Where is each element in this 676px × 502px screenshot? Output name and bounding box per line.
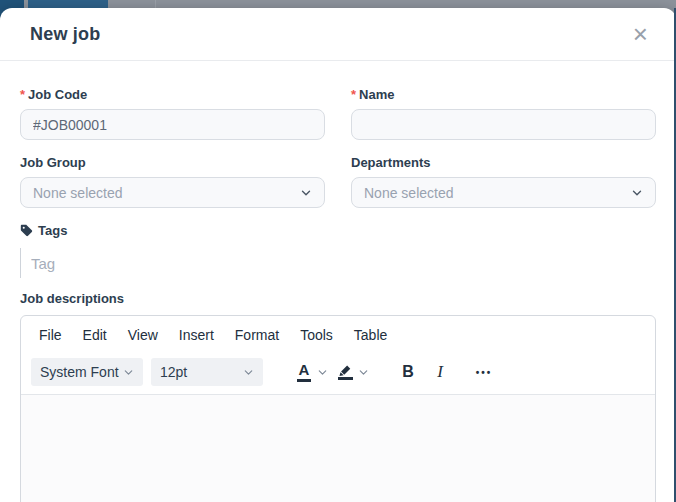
editor-menubar: File Edit View Insert Format Tools Table	[21, 316, 655, 354]
font-family-select[interactable]: System Font	[31, 358, 143, 386]
tags-label: Tags	[20, 223, 656, 238]
job-group-selected-value: None selected	[33, 185, 123, 201]
italic-icon: I	[437, 362, 443, 382]
highlighter-icon	[338, 365, 353, 380]
bold-button[interactable]: B	[397, 358, 419, 386]
departments-select[interactable]: None selected	[351, 177, 656, 208]
job-group-label: Job Group	[20, 155, 325, 170]
job-group-select[interactable]: None selected	[20, 177, 325, 208]
highlight-color-button[interactable]	[334, 358, 356, 386]
job-descriptions-section: Job descriptions File Edit View Insert F…	[20, 291, 656, 502]
menu-item-view[interactable]: View	[120, 322, 166, 348]
menu-item-edit[interactable]: Edit	[75, 322, 115, 348]
job-code-label-text: Job Code	[28, 87, 87, 102]
required-marker: *	[351, 87, 356, 102]
name-input[interactable]	[351, 109, 656, 140]
name-field: * Name	[351, 87, 656, 140]
job-descriptions-label-text: Job descriptions	[20, 291, 124, 306]
departments-selected-value: None selected	[364, 185, 454, 201]
highlight-color-chevron-icon[interactable]	[358, 367, 369, 378]
new-job-dialog: New job × * Job Code * Name	[0, 8, 676, 502]
tag-input[interactable]	[20, 248, 656, 278]
job-code-field: * Job Code	[20, 87, 325, 140]
job-group-label-text: Job Group	[20, 155, 86, 170]
departments-label: Departments	[351, 155, 656, 170]
name-label-text: Name	[359, 87, 394, 102]
tags-field: Tags	[20, 223, 656, 278]
more-toolbar-items-button[interactable]: •••	[473, 358, 495, 386]
chevron-down-icon	[300, 187, 312, 199]
required-marker: *	[20, 87, 25, 102]
italic-button[interactable]: I	[429, 358, 451, 386]
job-code-input[interactable]	[20, 109, 325, 140]
ellipsis-icon: •••	[476, 367, 493, 378]
text-color-icon: A	[297, 362, 312, 383]
tags-label-text: Tags	[38, 223, 67, 238]
font-size-value: 12pt	[160, 364, 187, 380]
chevron-down-icon	[123, 367, 134, 378]
job-descriptions-label: Job descriptions	[20, 291, 656, 306]
departments-label-text: Departments	[351, 155, 430, 170]
text-color-button[interactable]: A	[293, 358, 315, 386]
editor-content-area[interactable]	[21, 394, 655, 502]
chevron-down-icon	[243, 367, 254, 378]
editor-toolbar: System Font 12pt A	[21, 354, 655, 394]
chevron-down-icon	[631, 187, 643, 199]
menu-item-file[interactable]: File	[31, 322, 70, 348]
job-code-label: * Job Code	[20, 87, 325, 102]
name-label: * Name	[351, 87, 656, 102]
menu-item-tools[interactable]: Tools	[292, 322, 341, 348]
menu-item-insert[interactable]: Insert	[171, 322, 222, 348]
bold-icon: B	[402, 363, 414, 381]
rich-text-editor: File Edit View Insert Format Tools Table…	[20, 315, 656, 502]
close-button[interactable]: ×	[631, 21, 650, 47]
tag-icon	[20, 224, 33, 237]
job-group-field: Job Group None selected	[20, 155, 325, 208]
dialog-title: New job	[30, 24, 100, 45]
menu-item-format[interactable]: Format	[227, 322, 287, 348]
background-tab-divider	[155, 0, 156, 8]
dialog-header: New job ×	[0, 8, 676, 61]
font-size-select[interactable]: 12pt	[151, 358, 263, 386]
menu-item-table[interactable]: Table	[346, 322, 395, 348]
font-family-value: System Font	[40, 364, 119, 380]
dialog-body: * Job Code * Name Job Group None s	[0, 61, 676, 502]
text-color-chevron-icon[interactable]	[317, 367, 328, 378]
departments-field: Departments None selected	[351, 155, 656, 208]
